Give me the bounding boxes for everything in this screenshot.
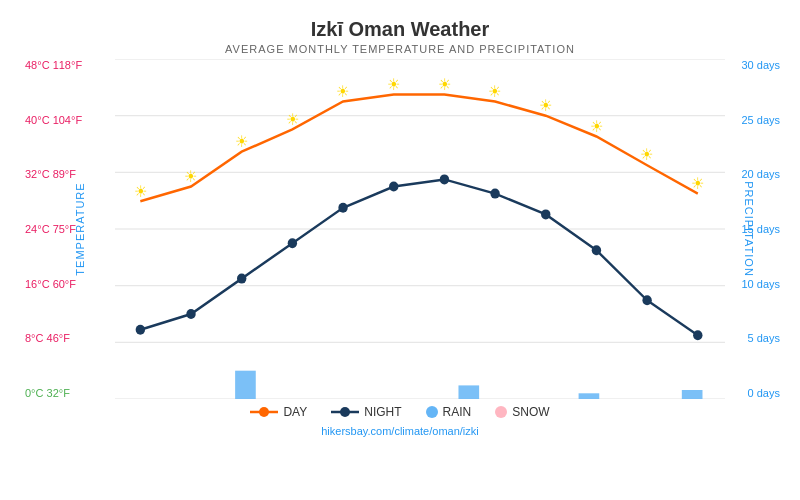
- y-left-5: 8°C 46°F: [25, 332, 82, 344]
- svg-point-48: [259, 407, 269, 417]
- svg-point-20: [592, 245, 601, 255]
- legend: DAY NIGHT RAIN SNOW: [20, 405, 780, 419]
- legend-night-label: NIGHT: [364, 405, 401, 419]
- svg-point-15: [338, 203, 347, 213]
- svg-point-18: [490, 189, 499, 199]
- svg-point-13: [237, 274, 246, 284]
- svg-text:☀: ☀: [539, 97, 553, 115]
- svg-rect-7: [235, 371, 256, 399]
- y-left-0: 48°C 118°F: [25, 59, 82, 71]
- svg-text:☀: ☀: [235, 133, 249, 151]
- chart-area: TEMPERATURE PRECIPITATION: [115, 59, 725, 399]
- y-left-3: 24°C 75°F: [25, 223, 82, 235]
- svg-point-14: [288, 238, 297, 248]
- y-right-2: 20 days: [741, 168, 780, 180]
- svg-text:☀: ☀: [336, 83, 350, 101]
- y-right-6: 0 days: [741, 387, 780, 399]
- svg-text:☀: ☀: [184, 168, 198, 186]
- legend-day: DAY: [250, 405, 307, 419]
- chart-subtitle: AVERAGE MONTHLY TEMPERATURE AND PRECIPIT…: [20, 43, 780, 55]
- y-right-0: 30 days: [741, 59, 780, 71]
- svg-text:☀: ☀: [387, 76, 401, 94]
- svg-point-19: [541, 209, 550, 219]
- legend-snow-label: SNOW: [512, 405, 549, 419]
- svg-rect-10: [682, 390, 703, 399]
- legend-rain-label: RAIN: [443, 405, 472, 419]
- y-left-6: 0°C 32°F: [25, 387, 82, 399]
- svg-rect-9: [579, 393, 600, 399]
- main-chart-svg: ☀ ☀ ☀ ☀ ☀ ☀ ☀ ☀ ☀ ☀ ☀ ☀ Jan Feb Mar Apr …: [115, 59, 725, 399]
- svg-text:☀: ☀: [640, 146, 654, 164]
- y-left-2: 32°C 89°F: [25, 168, 82, 180]
- svg-text:☀: ☀: [488, 83, 502, 101]
- y-left-4: 16°C 60°F: [25, 278, 82, 290]
- svg-text:☀: ☀: [286, 111, 300, 129]
- svg-rect-8: [458, 385, 479, 399]
- y-right-4: 10 days: [741, 278, 780, 290]
- legend-rain: RAIN: [426, 405, 472, 419]
- svg-text:☀: ☀: [134, 183, 148, 201]
- legend-day-label: DAY: [283, 405, 307, 419]
- svg-point-17: [440, 174, 449, 184]
- svg-point-16: [389, 182, 398, 192]
- legend-snow: SNOW: [495, 405, 549, 419]
- svg-point-12: [186, 309, 195, 319]
- footer: hikersbay.com/climate/oman/izki: [20, 425, 780, 437]
- svg-text:☀: ☀: [590, 118, 604, 136]
- svg-point-50: [340, 407, 350, 417]
- svg-point-22: [693, 330, 702, 340]
- svg-text:☀: ☀: [691, 175, 705, 193]
- chart-container: Izkī Oman Weather AVERAGE MONTHLY TEMPER…: [0, 0, 800, 500]
- footer-link[interactable]: hikersbay.com/climate/oman/izki: [321, 425, 479, 437]
- y-right-1: 25 days: [741, 114, 780, 126]
- chart-title: Izkī Oman Weather: [20, 10, 780, 41]
- svg-text:☀: ☀: [438, 76, 452, 94]
- legend-night: NIGHT: [331, 405, 401, 419]
- y-right-5: 5 days: [741, 332, 780, 344]
- svg-point-11: [136, 325, 145, 335]
- svg-point-21: [642, 295, 651, 305]
- y-right-3: 15 days: [741, 223, 780, 235]
- y-left-1: 40°C 104°F: [25, 114, 82, 126]
